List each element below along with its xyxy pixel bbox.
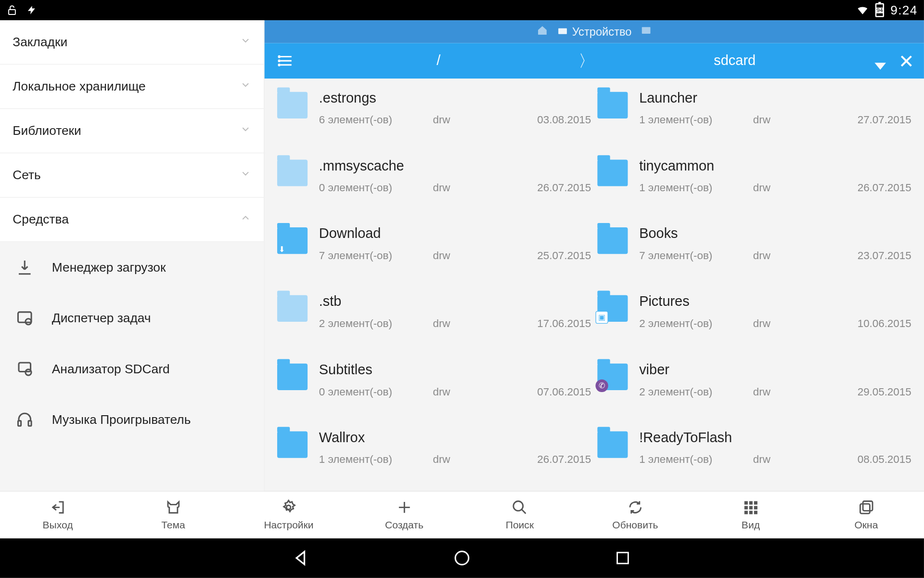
folder-date: 27.07.2015: [858, 114, 911, 127]
folder-name: .mmsyscache: [319, 158, 591, 174]
theme-icon: [165, 499, 181, 515]
folder-item[interactable]: Launcher 1 элемент(-ов) drw 27.07.2015: [597, 84, 911, 152]
sidebar-item-local-storage[interactable]: Локальное хранилище: [0, 65, 264, 109]
svg-rect-26: [744, 511, 748, 514]
svg-rect-22: [754, 501, 757, 504]
folder-perm: drw: [433, 114, 509, 127]
svg-marker-31: [296, 552, 304, 564]
wifi-icon: [856, 4, 869, 16]
toolbar-label: Настройки: [264, 519, 313, 531]
folder-perm: drw: [433, 385, 509, 398]
download-icon: [14, 257, 36, 278]
folder-item[interactable]: .estrongs 6 элемент(-ов) drw 03.08.2015: [277, 84, 591, 152]
folder-icon: [597, 227, 628, 254]
sidebar-item-tools[interactable]: Средства: [0, 197, 264, 242]
folder-icon: [597, 160, 628, 186]
folder-icon: ▣: [597, 295, 628, 322]
folder-count: 2 элемент(-ов): [319, 317, 433, 330]
picture-icon[interactable]: [641, 25, 652, 39]
folder-item[interactable]: Subtitles 0 элемент(-ов) drw 07.06.2015: [277, 355, 591, 423]
folder-icon: [277, 431, 308, 458]
folder-date: 26.07.2015: [537, 182, 591, 195]
svg-point-13: [279, 60, 280, 62]
chevron-down-icon: [240, 35, 251, 49]
folder-item[interactable]: ✆ viber 2 элемент(-ов) drw 29.05.2015: [597, 355, 911, 423]
sidebar: Закладки Локальное хранилище Библиотеки …: [0, 20, 265, 491]
path-current[interactable]: sdcard: [595, 53, 874, 69]
folder-icon: [277, 92, 308, 118]
tool-music-player[interactable]: Музыка Проигрыватель: [0, 394, 264, 445]
folder-icon: [277, 160, 308, 186]
sidebar-item-network[interactable]: Сеть: [0, 153, 264, 197]
tool-sdcard-analyzer[interactable]: Анализатор SDCard: [0, 343, 264, 394]
toolbar-view[interactable]: Вид: [693, 491, 808, 538]
tool-label: Диспетчер задач: [52, 311, 151, 325]
toolbar-create[interactable]: Создать: [346, 491, 462, 538]
device-icon: [557, 26, 568, 38]
sidebar-item-label: Средства: [13, 212, 69, 227]
folder-count: 0 элемент(-ов): [319, 182, 433, 195]
folder-name: Wallrox: [319, 429, 591, 446]
toolbar-search[interactable]: Поиск: [462, 491, 578, 538]
toolbar-label: Обновить: [612, 519, 658, 531]
toolbar-windows[interactable]: Окна: [808, 491, 924, 538]
home-icon[interactable]: [537, 25, 548, 39]
folder-item[interactable]: !ReadyToFlash 1 элемент(-ов) drw 08.05.2…: [597, 423, 911, 491]
svg-rect-29: [863, 501, 873, 511]
tab-device[interactable]: Устройство: [557, 25, 631, 39]
folder-date: 10.06.2015: [858, 317, 911, 330]
close-icon[interactable]: ✕: [894, 50, 919, 72]
sidebar-item-bookmarks[interactable]: Закладки: [0, 20, 264, 65]
dropdown-triangle-icon[interactable]: [874, 63, 886, 69]
toolbar-label: Тема: [161, 519, 185, 531]
nav-home[interactable]: [451, 547, 473, 569]
folder-icon: [597, 92, 628, 118]
folder-perm: drw: [753, 317, 829, 330]
folder-count: 1 элемент(-ов): [639, 453, 753, 466]
folder-item[interactable]: Wallrox 1 элемент(-ов) drw 26.07.2015: [277, 423, 591, 491]
toolbar-theme[interactable]: Тема: [116, 491, 231, 538]
svg-rect-6: [28, 421, 31, 426]
refresh-icon: [627, 499, 643, 515]
folder-item[interactable]: tinycammon 1 элемент(-ов) drw 26.07.2015: [597, 151, 911, 219]
clock: 9:24: [890, 3, 917, 17]
folder-item[interactable]: .stb 2 элемент(-ов) drw 17.06.2015: [277, 287, 591, 355]
folder-perm: drw: [433, 250, 509, 263]
tab-label: Устройство: [572, 25, 632, 39]
nav-recent[interactable]: [612, 547, 634, 569]
svg-rect-33: [617, 552, 629, 564]
svg-point-12: [279, 56, 280, 57]
folder-icon: [277, 295, 308, 322]
windows-icon: [858, 499, 874, 515]
toolbar-refresh[interactable]: Обновить: [578, 491, 693, 538]
content-pane: Устройство / 〉 sdcard ✕ .estrongs 6 эл: [265, 20, 924, 491]
folder-name: tinycammon: [639, 158, 911, 174]
toolbar-exit[interactable]: Выход: [0, 491, 116, 538]
folder-item[interactable]: .mmsyscache 0 элемент(-ов) drw 26.07.201…: [277, 151, 591, 219]
tool-task-manager[interactable]: Диспетчер задач: [0, 293, 264, 343]
tab-bar: Устройство: [265, 20, 924, 43]
folder-item[interactable]: ▣ Pictures 2 элемент(-ов) drw 10.06.2015: [597, 287, 911, 355]
folder-count: 2 элемент(-ов): [639, 385, 753, 398]
folder-item[interactable]: Books 7 элемент(-ов) drw 23.07.2015: [597, 219, 911, 287]
folder-perm: drw: [433, 453, 509, 466]
tool-download-manager[interactable]: Менеджер загрузок: [0, 242, 264, 292]
task-manager-icon: [14, 307, 36, 329]
svg-point-32: [455, 552, 469, 565]
folder-name: .estrongs: [319, 90, 591, 106]
list-icon[interactable]: [273, 53, 299, 69]
svg-rect-20: [744, 501, 748, 504]
search-icon: [512, 499, 528, 515]
svg-rect-3: [19, 363, 31, 371]
sidebar-item-libraries[interactable]: Библиотеки: [0, 109, 264, 153]
nav-back[interactable]: [291, 547, 312, 569]
toolbar-settings[interactable]: Настройки: [231, 491, 346, 538]
svg-point-14: [279, 64, 280, 66]
sdcard-icon: [14, 358, 36, 380]
folder-count: 7 элемент(-ов): [639, 250, 753, 263]
tool-label: Менеджер загрузок: [52, 260, 166, 275]
folder-date: 23.07.2015: [858, 250, 911, 263]
path-root[interactable]: /: [299, 53, 578, 69]
folder-item[interactable]: ⬇ Download 7 элемент(-ов) drw 25.07.2015: [277, 219, 591, 287]
svg-point-18: [513, 501, 523, 511]
